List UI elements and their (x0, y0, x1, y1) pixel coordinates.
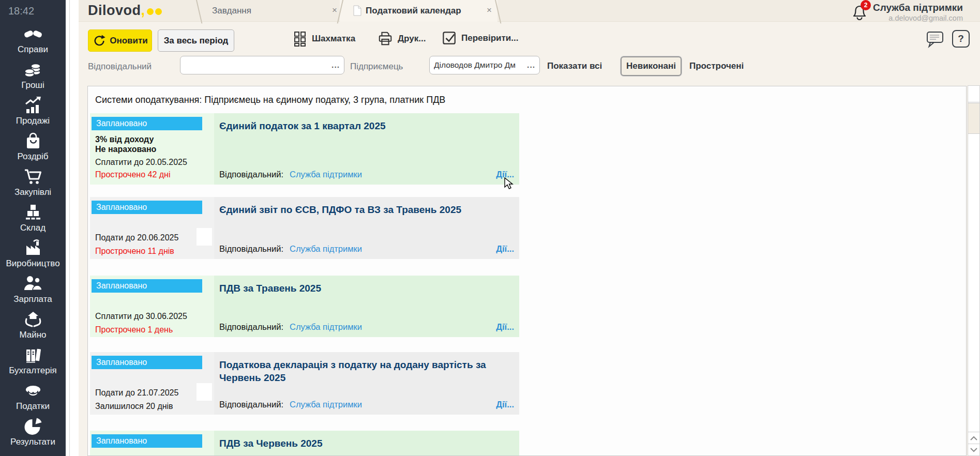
task-card: Заплановано Сплатити до 30.06.2025 Прост… (90, 276, 519, 337)
status-badge: Заплановано (92, 434, 202, 448)
feedback-button[interactable] (926, 30, 944, 49)
sidebar-item-label: Бухгалтерія (9, 366, 56, 376)
people-icon (23, 273, 43, 294)
print-label: Друк... (398, 34, 426, 44)
task-title: Єдиний податок за 1 квартал 2025 (219, 119, 519, 132)
responsible-picker-button[interactable]: ... (331, 60, 340, 70)
status-notch (197, 228, 212, 246)
user-name: Служба підтримки (873, 2, 963, 13)
sidebar-item-rozdrib[interactable]: Роздріб (0, 131, 66, 166)
period-button[interactable]: За весь період (158, 29, 234, 52)
sidebar-item-label: Справи (18, 44, 48, 55)
sales-chart-icon (23, 95, 43, 116)
sidebar-item-sklad[interactable]: Склад (0, 202, 66, 238)
scrollbar-top-button[interactable] (968, 86, 979, 102)
responsible-label: Відповідальний: (219, 322, 283, 332)
sidebar-item-prodazhi[interactable]: Продажі (0, 95, 66, 131)
filter-show-all[interactable]: Показати всі (547, 61, 602, 71)
tax-system-summary: Системи оподаткування: Підприємець на єд… (95, 95, 445, 105)
actions-link[interactable]: Дії... (496, 400, 514, 409)
matrix-button[interactable]: Шахматка (293, 31, 355, 47)
responsible-link[interactable]: Служба підтримки (290, 400, 362, 409)
chevron-down-icon (970, 448, 977, 452)
remaining-line: Залишилося 20 днів (95, 402, 173, 411)
task-title: ПДВ за Червень 2025 (219, 437, 519, 450)
scroll-up-button[interactable] (968, 432, 979, 444)
user-account[interactable]: Служба підтримки a.delovod@gmail.com (873, 2, 963, 22)
sidebar-item-label: Продажі (16, 116, 50, 126)
main-area: Dilovod, Завдання × Податковий календар … (79, 0, 980, 456)
sidebar-item-maino[interactable]: Майно (0, 309, 66, 345)
question-mark-icon: ? (958, 33, 964, 44)
sidebar-item-label: Виробництво (6, 259, 59, 269)
tab-tax-calendar-close-icon[interactable]: × (487, 5, 492, 16)
verify-button[interactable]: Перевірити... (442, 31, 518, 45)
due-line: Сплатити до 20.05.2025 (95, 158, 187, 167)
app-window: 18:42 Справи Гроші Продажі Роздріб Закуп… (0, 0, 980, 456)
task-status-panel: Заплановано (90, 431, 214, 456)
cart-icon (23, 166, 43, 187)
task-footer: Відповідальний: Служба підтримки Дії... (219, 322, 514, 332)
tab-tax-calendar[interactable]: Податковий календар (366, 6, 461, 16)
coins-icon (23, 59, 43, 80)
refresh-button[interactable]: Оновити (88, 29, 152, 52)
sidebar-item-zarplata[interactable]: Зарплата (0, 273, 66, 309)
help-button[interactable]: ? (952, 30, 970, 48)
actions-link[interactable]: Дії... (496, 322, 514, 332)
logo-comma: , (141, 3, 145, 18)
scrollbar-thumb[interactable] (968, 103, 979, 134)
task-status-panel: Заплановано Подати до 20.06.2025 Простро… (90, 197, 214, 259)
refresh-icon (92, 34, 105, 48)
vertical-scrollbar[interactable] (968, 85, 980, 456)
task-footer: Відповідальний: Служба підтримки Дії... (219, 400, 514, 409)
tab-tasks[interactable]: Завдання (212, 6, 251, 16)
handshake-icon (23, 24, 43, 44)
warehouse-icon (23, 202, 43, 223)
sidebar-item-zakupivli[interactable]: Закупівлі (0, 166, 66, 202)
sidebar-splitter[interactable] (66, 0, 79, 456)
tax-calendar-panel: Системи оподаткування: Підприємець на єд… (87, 86, 967, 456)
actions-link[interactable]: Дії... (496, 244, 514, 254)
notification-badge: 2 (861, 0, 871, 10)
responsible-link[interactable]: Служба підтримки (290, 170, 362, 179)
sidebar-item-rezultaty[interactable]: Результати (0, 416, 66, 452)
matrix-label: Шахматка (312, 34, 355, 44)
task-status-panel: Заплановано 3% від доходу Не нараховано … (90, 113, 214, 185)
actions-link[interactable]: Дії... (496, 170, 514, 179)
sidebar-item-sprava[interactable]: Справи (0, 24, 66, 59)
task-card: Заплановано 3% від доходу Не нараховано … (90, 113, 519, 185)
task-card: Заплановано Подати до 20.06.2025 Простро… (90, 197, 519, 259)
entrepreneur-filter-label: Підприємець (350, 62, 403, 72)
accrual-line: Не нараховано (95, 145, 156, 154)
sidebar-item-podatky[interactable]: Податки (0, 381, 66, 416)
print-button[interactable]: Друк... (378, 31, 426, 47)
due-line: Подати до 20.06.2025 (95, 233, 178, 242)
scroll-down-button[interactable] (968, 444, 979, 455)
filter-not-done[interactable]: Невиконані (621, 56, 682, 76)
filter-overdue[interactable]: Прострочені (689, 61, 744, 71)
status-badge: Заплановано (92, 201, 202, 214)
sidebar-item-buhgalteria[interactable]: Бухгалтерія (0, 345, 66, 381)
verify-label: Перевірити... (461, 33, 518, 43)
entrepreneur-picker-button[interactable]: ... (527, 60, 535, 70)
sidebar-item-label: Роздріб (17, 151, 48, 162)
responsible-link[interactable]: Служба підтримки (290, 244, 362, 254)
matrix-grid-icon (293, 31, 307, 47)
sidebar-item-label: Майно (19, 330, 46, 340)
tab-tasks-close-icon[interactable]: × (332, 5, 337, 16)
sidebar-item-label: Гроші (21, 80, 44, 90)
task-title: ПДВ за Травень 2025 (219, 282, 519, 295)
entrepreneur-input[interactable]: Діловодов Дмитро Дм ... (429, 56, 540, 74)
period-label: За весь період (164, 36, 229, 46)
notifications-bell[interactable]: 2 (850, 2, 869, 24)
task-title: Податкова декларація з податку на додану… (219, 358, 519, 384)
status-notch (197, 383, 212, 401)
factory-icon (23, 238, 43, 259)
sidebar-item-groshi[interactable]: Гроші (0, 59, 66, 95)
responsible-input[interactable]: ... (180, 56, 344, 74)
refresh-label: Оновити (110, 36, 148, 46)
tab-bar: Dilovod, Завдання × Податковий календар … (79, 0, 980, 22)
user-email: a.delovod@gmail.com (873, 14, 963, 22)
sidebar-item-vyrobnytstvo[interactable]: Виробництво (0, 238, 66, 273)
responsible-link[interactable]: Служба підтримки (290, 322, 362, 332)
